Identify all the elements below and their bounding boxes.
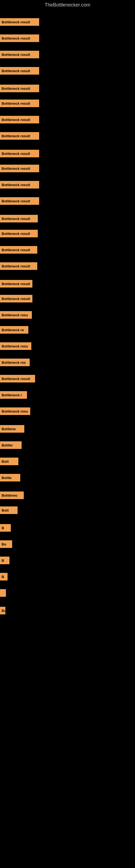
bottleneck-bar: Bottleneck resu	[0, 407, 30, 415]
bottleneck-bar	[0, 589, 6, 597]
bottleneck-bar: Bottleneck result	[0, 85, 39, 92]
bottleneck-bar: B	[0, 524, 11, 532]
bottleneck-bar: Bottleneck result	[0, 132, 39, 140]
bottleneck-bar: Bo	[0, 540, 12, 548]
bottleneck-bar: Bott	[0, 506, 17, 514]
bottleneck-bar: Bottle	[0, 474, 20, 482]
site-title: TheBottlenecker.com	[0, 0, 135, 10]
bottleneck-bar: Bottleneck result	[0, 51, 39, 58]
bottleneck-bar: Bottleneck result	[0, 262, 37, 270]
bottleneck-bar: Bottlenec	[0, 492, 24, 499]
bottleneck-bar: Bott	[0, 458, 18, 465]
bottleneck-bar: Bottleneck result	[0, 375, 35, 382]
bottleneck-bar: B	[0, 573, 8, 581]
bottleneck-bar: Bottleneck result	[0, 280, 32, 287]
bottleneck-bar: Bottleneck result	[0, 99, 39, 107]
bottleneck-bar: Bottler	[0, 441, 21, 449]
bottleneck-bar: Bottleneck result	[0, 215, 38, 222]
bottleneck-bar: Bottleneck result	[0, 18, 39, 26]
bottleneck-bar: Bottleneck result	[0, 181, 39, 188]
bottleneck-bar: Bottleneck result	[0, 246, 37, 254]
bottleneck-bar: Bottleneck result	[0, 230, 38, 237]
bottleneck-bar: Bottleneck re	[0, 326, 28, 334]
bottleneck-bar: B	[0, 557, 9, 564]
bottleneck-bar: Bottleneck result	[0, 116, 39, 123]
bottleneck-bar: Bottleneck result	[0, 67, 39, 74]
bottleneck-bar: Bottleneck res	[0, 359, 30, 366]
bottleneck-bar: Bo	[0, 607, 5, 614]
bottleneck-bar: Bottleneck result	[0, 295, 32, 303]
bottleneck-bar: Bottleneck r	[0, 391, 27, 399]
bottleneck-bar: Bottleneck resu	[0, 342, 31, 350]
bottleneck-bar: Bottleneck result	[0, 165, 39, 172]
bottleneck-bar: Bottlene	[0, 425, 24, 433]
bottleneck-bar: Bottleneck result	[0, 150, 39, 157]
bottleneck-bar: Bottleneck resu	[0, 311, 32, 319]
bottleneck-bar: Bottleneck result	[0, 197, 39, 205]
bottleneck-bar: Bottleneck result	[0, 34, 39, 42]
